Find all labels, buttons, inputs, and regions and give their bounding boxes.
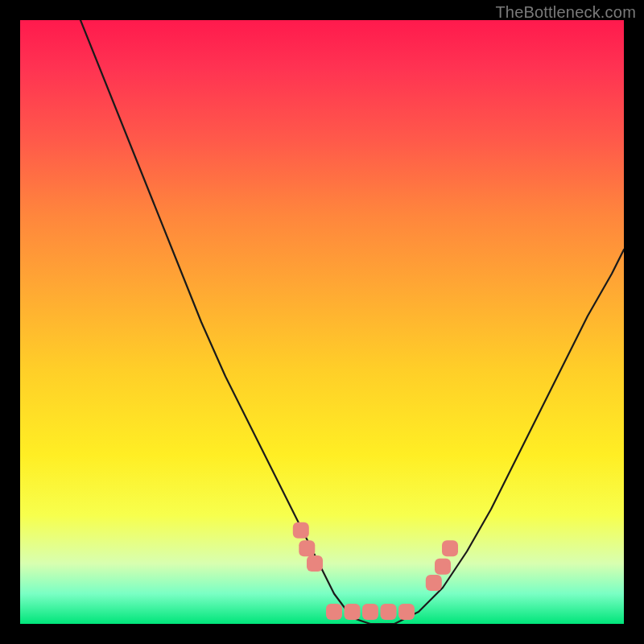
curve-dot (299, 540, 315, 556)
curve-dot (326, 604, 342, 620)
chart-plot-area (20, 20, 624, 624)
curve-dots-group (293, 522, 458, 620)
curve-dot (426, 575, 442, 591)
chart-svg (20, 20, 624, 624)
curve-dot (362, 604, 378, 620)
curve-dot (442, 540, 458, 556)
curve-dot (293, 522, 309, 539)
curve-dot (307, 555, 323, 572)
curve-dot (435, 559, 451, 575)
watermark-text: TheBottleneck.com (495, 3, 636, 22)
bottleneck-curve (80, 20, 624, 624)
curve-dot (381, 604, 397, 620)
curve-dot (398, 604, 415, 620)
curve-dot (345, 604, 361, 620)
